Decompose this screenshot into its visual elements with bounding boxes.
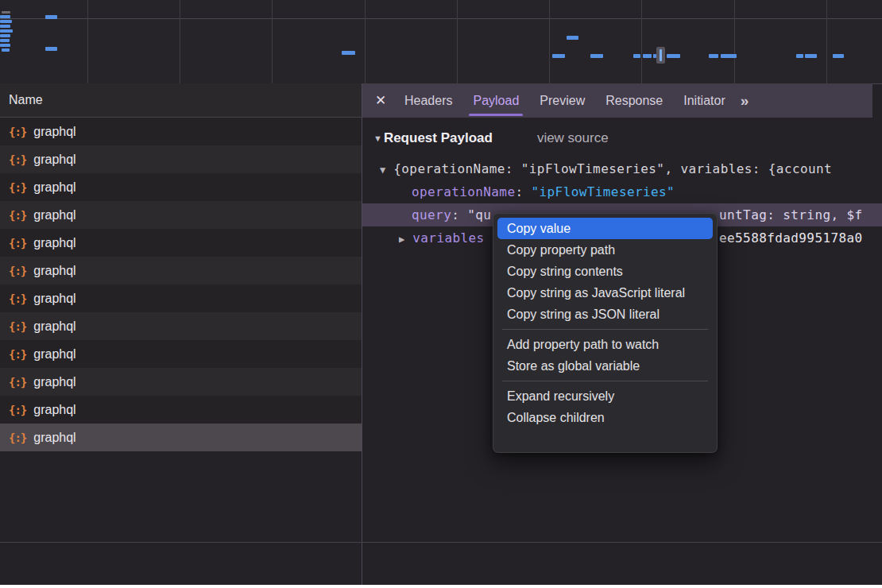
payload-row-operationName[interactable]: operationName: "ipFlowTimeseries" [362, 180, 882, 203]
screenshot-bottom-edge [0, 585, 882, 588]
request-timing-bar[interactable] [590, 54, 603, 58]
json-braces-icon: {:} [9, 431, 26, 444]
more-tabs-icon[interactable]: » [741, 92, 748, 110]
devtools-network-panel: Name {:}graphql{:}graphql{:}graphql{:}gr… [0, 0, 882, 588]
overview-vertical-gridline [365, 0, 366, 83]
request-timing-bar[interactable] [709, 54, 718, 58]
request-row-graphql[interactable]: {:}graphql [0, 284, 362, 312]
menu-item-copy-property-path[interactable]: Copy property path [497, 239, 713, 261]
tab-headers[interactable]: Headers [394, 83, 462, 118]
property-value-left-fragment: "qu [467, 207, 491, 222]
panel-split-divider[interactable] [362, 83, 362, 585]
request-timing-bar[interactable] [552, 54, 565, 58]
request-timing-bar[interactable] [342, 51, 355, 55]
request-row-graphql[interactable]: {:}graphql [0, 257, 362, 284]
request-timing-bar[interactable] [0, 39, 10, 42]
overview-selected-request-marker [656, 47, 665, 64]
request-row-graphql[interactable]: {:}graphql [0, 229, 362, 257]
menu-item-store-as-global-variable[interactable]: Store as global variable [497, 355, 713, 377]
request-row-graphql[interactable]: {:}graphql [0, 340, 362, 368]
request-timing-bar[interactable] [0, 29, 13, 33]
request-timing-bar[interactable] [2, 11, 10, 14]
tab-payload[interactable]: Payload [462, 83, 529, 118]
request-row-graphql[interactable]: {:}graphql [0, 424, 362, 451]
key-value-separator: : [451, 207, 467, 222]
request-name-label: graphql [33, 403, 75, 417]
json-braces-icon: {:} [9, 320, 26, 333]
request-name-label: graphql [33, 431, 75, 445]
request-timing-bar[interactable] [643, 54, 652, 58]
close-icon[interactable]: ✕ [375, 92, 394, 109]
menu-separator [502, 381, 708, 381]
request-timing-bar[interactable] [805, 54, 817, 58]
request-row-graphql[interactable]: {:}graphql [0, 312, 362, 340]
request-row-graphql[interactable]: {:}graphql [0, 173, 362, 201]
overview-vertical-gridline [180, 0, 180, 83]
requests-list: {:}graphql{:}graphql{:}graphql{:}graphql… [0, 118, 362, 451]
json-braces-icon: {:} [9, 404, 26, 416]
property-key: variables [412, 230, 484, 246]
payload-root-row[interactable]: ▼ {operationName: "ipFlowTimeseries", va… [362, 157, 882, 180]
requests-column-header[interactable]: Name [0, 83, 362, 118]
request-name-label: graphql [33, 347, 75, 362]
expander-icon[interactable]: ▶ [399, 234, 404, 245]
json-braces-icon: {:} [9, 292, 26, 305]
overview-vertical-gridline [272, 0, 273, 83]
property-value: "ipFlowTimeseries" [532, 184, 675, 199]
request-name-label: graphql [33, 292, 75, 306]
json-braces-icon: {:} [9, 181, 26, 194]
menu-item-add-property-path-to-watch[interactable]: Add property path to watch [497, 334, 713, 355]
request-timing-bar[interactable] [667, 54, 680, 58]
tab-response[interactable]: Response [595, 83, 673, 118]
request-name-label: graphql [33, 264, 75, 278]
json-braces-icon: {:} [9, 348, 26, 361]
request-timing-bar[interactable] [0, 25, 10, 28]
request-row-graphql[interactable]: {:}graphql [0, 368, 362, 396]
request-timing-bar[interactable] [0, 15, 10, 18]
menu-item-copy-string-as-javascript-literal[interactable]: Copy string as JavaScript literal [497, 282, 713, 304]
overview-vertical-gridline [457, 0, 458, 83]
request-timing-bar[interactable] [833, 54, 844, 58]
request-timing-bar[interactable] [45, 15, 57, 19]
overview-vertical-gridline [826, 0, 827, 83]
request-timing-bar[interactable] [0, 20, 12, 23]
json-braces-icon: {:} [9, 153, 26, 166]
menu-item-copy-string-as-json-literal[interactable]: Copy string as JSON literal [497, 304, 713, 325]
request-row-graphql[interactable]: {:}graphql [0, 201, 362, 229]
request-row-graphql[interactable]: {:}graphql [0, 145, 362, 173]
menu-item-copy-value[interactable]: Copy value [497, 218, 713, 239]
property-key: query [412, 207, 451, 222]
request-row-graphql[interactable]: {:}graphql [0, 396, 362, 424]
request-timing-bar[interactable] [2, 48, 10, 52]
section-title: Request Payload [384, 130, 493, 146]
menu-item-collapse-children[interactable]: Collapse children [497, 407, 713, 428]
menu-separator [502, 329, 708, 330]
request-name-label: graphql [33, 375, 75, 389]
property-key: operationName [412, 184, 515, 199]
menu-item-expand-recursively[interactable]: Expand recursively [497, 385, 713, 407]
request-timing-bar[interactable] [796, 54, 803, 58]
request-timing-bar[interactable] [567, 36, 578, 40]
property-value-right-fragment: untTag: string, $f [719, 203, 863, 226]
request-timing-bar[interactable] [721, 54, 737, 58]
section-collapse-triangle-icon[interactable]: ▼ [373, 133, 382, 143]
request-timing-bar[interactable] [0, 44, 10, 47]
tab-preview[interactable]: Preview [529, 83, 595, 118]
menu-item-copy-string-contents[interactable]: Copy string contents [497, 261, 713, 282]
request-name-label: graphql [33, 208, 75, 222]
request-timing-bar[interactable] [0, 34, 10, 37]
marker-core [660, 49, 662, 61]
expander-icon[interactable]: ▼ [380, 164, 385, 176]
json-braces-icon: {:} [9, 237, 26, 250]
overview-vertical-gridline [641, 0, 642, 83]
overview-vertical-gridline [87, 0, 88, 83]
request-timing-bar[interactable] [633, 54, 640, 58]
request-row-graphql[interactable]: {:}graphql [0, 118, 362, 145]
view-source-toggle[interactable]: view source [537, 130, 609, 146]
overview-horizontal-gridline [0, 18, 882, 19]
property-preview-fragment: ee5588fdad995178a0 [719, 226, 863, 250]
network-overview-timeline[interactable] [0, 0, 882, 84]
tab-initiator[interactable]: Initiator [673, 83, 735, 118]
request-payload-section-header[interactable]: ▼ Request Payload view source [362, 118, 882, 146]
request-timing-bar[interactable] [45, 47, 57, 51]
